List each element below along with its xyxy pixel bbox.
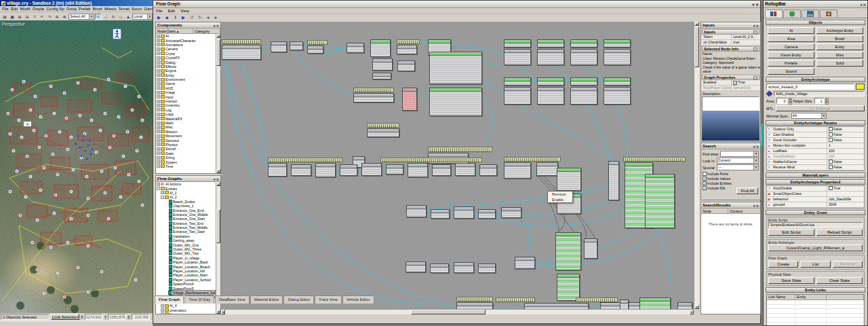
entity-links-header[interactable]: Entity Links (766, 287, 865, 293)
graph-node[interactable] (222, 45, 261, 60)
graph-node[interactable] (268, 163, 287, 177)
pin-icon[interactable]: ▾ (752, 3, 754, 7)
flow-graphs-scrollbar[interactable]: ▲ ▼ (216, 182, 220, 314)
object-button-solid[interactable]: Solid (816, 60, 863, 67)
graph-node[interactable] (432, 164, 451, 176)
components-column-headers[interactable]: NodeClass ▴ Category (156, 29, 220, 34)
x-coordinate[interactable]: 1274.560 (85, 314, 103, 320)
comment-node[interactable] (367, 123, 399, 128)
stop-icon[interactable]: ■ (163, 15, 171, 21)
graph-node[interactable] (537, 87, 564, 105)
entity-marker[interactable] (37, 145, 41, 149)
area-stepper[interactable]: ▲▼ (789, 98, 792, 104)
expander-icon[interactable]: + (157, 117, 160, 120)
graph-node[interactable] (372, 58, 393, 71)
expander-icon[interactable]: − (157, 187, 160, 190)
checkbox[interactable] (829, 132, 833, 137)
close-icon[interactable]: ✕ (863, 3, 866, 7)
graph-node[interactable] (402, 88, 417, 111)
checkbox[interactable]: ✓ (733, 81, 737, 85)
scroll-up-icon[interactable]: ▲ (216, 34, 220, 38)
color-swatch[interactable] (856, 84, 865, 90)
column-context[interactable]: Context (728, 209, 760, 213)
scrollbar-thumb[interactable] (216, 209, 220, 243)
entity-archetype-button[interactable]: Cover2Camp_Light_Rifleman_a (768, 244, 863, 251)
graph-node[interactable] (537, 39, 564, 48)
entity-marker[interactable] (103, 111, 106, 115)
menu-prefabs[interactable]: Prefabs (77, 6, 91, 12)
tab-material-editor[interactable]: Material Editor (250, 295, 283, 304)
param-row[interactable]: AISmartObjectClass (767, 192, 864, 197)
scrollbar-thumb[interactable] (216, 39, 220, 66)
tab-display[interactable] (802, 10, 819, 18)
expander-icon[interactable]: + (157, 39, 160, 42)
graph-node[interactable] (608, 161, 619, 200)
find-what-combo[interactable]: ▼ (720, 151, 759, 157)
entity-marker[interactable] (62, 295, 66, 298)
entity-marker[interactable] (137, 94, 140, 98)
param-value[interactable]: False (827, 138, 864, 143)
tab-objects[interactable] (765, 10, 783, 18)
graph-node[interactable] (604, 87, 631, 105)
expander-icon[interactable]: + (157, 156, 160, 160)
material-button[interactable]: No Material (776, 105, 865, 111)
entity-marker[interactable] (78, 113, 81, 117)
entity-marker[interactable] (125, 130, 129, 133)
checkbox[interactable] (829, 127, 833, 131)
tab-flow-graph[interactable]: Flow Graph (155, 295, 184, 304)
expander-icon[interactable]: + (157, 126, 160, 129)
param-row[interactable]: ?HiddenInGameFalse (767, 160, 864, 165)
graph-node[interactable] (353, 93, 394, 103)
vehicle-icon[interactable]: ✈ (23, 121, 32, 127)
search-results-title[interactable]: SearchResults ▾ ✕ (701, 202, 760, 209)
object-button-ai[interactable]: AI (768, 27, 814, 34)
graph-node[interactable] (504, 77, 531, 86)
expander-icon[interactable]: + (157, 134, 160, 138)
expander-icon[interactable]: + (157, 108, 160, 111)
comment-node[interactable] (576, 297, 618, 302)
input-row[interactable]: ab CheckValuetrue (701, 40, 760, 46)
edit-script-button[interactable]: Edit Script (768, 229, 814, 236)
column-entity[interactable]: Entity (795, 295, 827, 300)
property-value[interactable]: ✓True (732, 80, 760, 85)
entity-marker[interactable] (130, 108, 134, 111)
entity-marker[interactable] (98, 128, 102, 132)
graph-property-row[interactable]: Enabled✓True (701, 80, 760, 86)
menu-terrain[interactable]: Terrain (117, 6, 130, 12)
entity-marker[interactable] (35, 268, 39, 271)
selection-mask-combo[interactable]: Select All▼ (68, 14, 94, 20)
scroll-up-icon[interactable]: ▲ (216, 182, 220, 186)
graph-canvas[interactable]: RemoveEnable ▲ ▼ ◄ ► (221, 22, 699, 314)
context-menu-item-enable[interactable]: Enable (548, 197, 572, 202)
entity-marker[interactable] (106, 77, 110, 81)
flow-graphs-panel-title[interactable]: Flow Graphs ▾ ✕ (156, 176, 220, 182)
entity-marker[interactable] (56, 173, 59, 176)
entity-marker[interactable] (106, 217, 110, 220)
expander-icon[interactable]: + (157, 60, 160, 64)
entity-marker[interactable] (86, 213, 90, 217)
menu-edit[interactable]: Edit (9, 6, 18, 12)
input-value[interactable]: Level.AI_2.9... (732, 35, 760, 39)
graph-node[interactable] (340, 164, 357, 176)
results-column-headers[interactable]: Node Context (701, 209, 760, 214)
player-character-icon[interactable] (113, 29, 121, 39)
expander-icon[interactable]: + (157, 82, 160, 86)
param-row[interactable]: ?Good OccluderFalse (767, 138, 864, 143)
entity-marker[interactable] (119, 195, 122, 198)
entity-marker[interactable] (8, 132, 12, 135)
param-value[interactable]: False (827, 127, 864, 132)
main-titlebar[interactable]: village.cry - Sandbox 2 (tm) (x64 Editio… (0, 0, 154, 6)
close-icon[interactable]: ✕ (216, 24, 219, 28)
entity-marker[interactable] (140, 203, 144, 206)
step-icon[interactable]: ▶ (180, 15, 187, 21)
expander-icon[interactable]: + (157, 48, 160, 51)
graph-node[interactable] (537, 49, 564, 65)
entity-marker[interactable] (103, 191, 106, 194)
minimal-spec-combo[interactable]: All▼ (791, 113, 827, 119)
search-panel-title[interactable]: Search ▾ ✕ (701, 143, 760, 149)
graph-node[interactable] (604, 39, 631, 48)
graph-node[interactable] (367, 128, 399, 137)
object-button-brush[interactable]: Brush (816, 35, 863, 42)
coord-system-combo[interactable]: Local▼ (132, 14, 153, 20)
expander-icon[interactable]: + (157, 35, 160, 38)
